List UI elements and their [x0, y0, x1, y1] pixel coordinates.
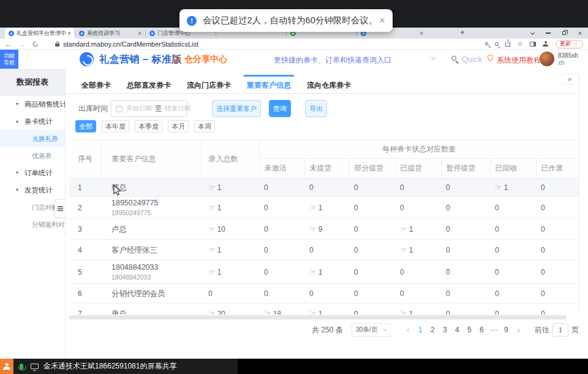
- forward-icon[interactable]: →: [19, 40, 26, 48]
- link-count-cell[interactable]: ☞1: [304, 197, 349, 219]
- page-number-6[interactable]: 6: [476, 326, 487, 334]
- count-value: 1: [217, 246, 222, 254]
- count-value: 0: [446, 289, 450, 298]
- query-button[interactable]: 查询: [269, 100, 291, 117]
- page-size-select[interactable]: 30条/页: [352, 323, 391, 337]
- col-status-1: 未激活: [259, 159, 304, 178]
- next-page-button[interactable]: ›: [517, 325, 520, 335]
- profile-icon[interactable]: [543, 41, 548, 47]
- link-count-cell[interactable]: ☞1: [201, 240, 259, 261]
- browser-tab-2[interactable]: 系统培训学习×: [75, 28, 145, 39]
- sidebar-item-4[interactable]: 优惠券: [0, 147, 65, 164]
- tab-5[interactable]: 流向仓库券卡: [304, 75, 354, 93]
- page-number-9[interactable]: 9: [500, 326, 511, 334]
- sliders-icon: [58, 206, 63, 207]
- back-icon[interactable]: ←: [5, 40, 12, 48]
- quick-range-4[interactable]: 本月: [168, 120, 189, 132]
- count-value: 0: [264, 225, 268, 234]
- window-close-button[interactable]: ×: [572, 28, 588, 39]
- date-range-input[interactable]: 开始日期 至 结束日期: [111, 100, 187, 117]
- count-cell: 0: [259, 240, 304, 261]
- link-count-cell[interactable]: ☞1: [490, 178, 536, 197]
- page-number-2[interactable]: 2: [427, 326, 438, 334]
- link-count-cell[interactable]: ☞1: [201, 197, 259, 219]
- url-text[interactable]: standard.maboy.cn/CardMemberStatisticsLi…: [63, 40, 198, 48]
- search-icon[interactable]: [451, 56, 456, 61]
- select-customer-button[interactable]: 选择重要客户: [212, 100, 261, 117]
- customer-cell[interactable]: 唐总: [100, 303, 201, 315]
- sidebar-item-1[interactable]: ▾商品销售统计: [0, 96, 65, 113]
- expand-panel-button[interactable]: »: [559, 74, 580, 85]
- toast-close-icon[interactable]: ×: [379, 15, 385, 27]
- customer-cell[interactable]: 卢总: [100, 219, 201, 240]
- count-value: 0: [541, 268, 545, 277]
- link-count-cell[interactable]: ☞9: [304, 219, 349, 240]
- side-panel-icon[interactable]: [530, 42, 536, 47]
- tab-close-icon[interactable]: ×: [420, 30, 423, 37]
- customer-cell[interactable]: 1804884203318048842033: [100, 261, 201, 284]
- link-count-cell[interactable]: ☞1: [395, 219, 441, 240]
- sidebar-item-2[interactable]: ▴券卡统计: [0, 113, 65, 130]
- zoom-icon[interactable]: [495, 42, 499, 46]
- link-count-cell[interactable]: ☞1: [304, 261, 349, 284]
- customer-cell[interactable]: 客户经理张三: [100, 240, 201, 261]
- tab-3[interactable]: 流向门店券卡: [184, 75, 234, 93]
- goto-page-input[interactable]: 1: [552, 323, 568, 337]
- quick-search-label[interactable]: Quick: [462, 55, 482, 64]
- page-number-1[interactable]: 1: [415, 326, 426, 334]
- tab-4[interactable]: 重要客户信息: [244, 75, 294, 93]
- chrome-update-button[interactable]: 更新 ⋮: [556, 40, 583, 48]
- count-value: 0: [354, 289, 358, 298]
- horizontal-scrollbar[interactable]: [69, 315, 567, 319]
- link-count-cell[interactable]: ☞1: [201, 178, 259, 197]
- bookmark-star-icon[interactable]: ☆: [517, 40, 523, 48]
- customer-cell[interactable]: 1895024977518950249775: [100, 197, 201, 219]
- sidebar-item-3[interactable]: 兑换礼券: [0, 130, 65, 147]
- tab-search-icon[interactable]: [524, 28, 540, 39]
- tab-title: 系统培训学习: [87, 29, 137, 37]
- sidebar-item-6[interactable]: ▾发货统计: [0, 181, 65, 199]
- page-number-3[interactable]: 3: [439, 326, 450, 334]
- customer-sub: 18048842033: [111, 273, 201, 281]
- page-number-4[interactable]: 4: [451, 326, 462, 334]
- tab-2[interactable]: 总部直发券卡: [124, 75, 174, 93]
- link-count-cell[interactable]: ☞10: [201, 219, 259, 240]
- tab-close-icon[interactable]: ×: [138, 30, 141, 37]
- count-value: 0: [309, 246, 314, 254]
- share-icon[interactable]: [505, 42, 510, 47]
- page-number-5[interactable]: 5: [464, 326, 475, 334]
- count-value: 1: [318, 310, 323, 315]
- window-restore-button[interactable]: [556, 28, 572, 39]
- link-count-cell[interactable]: ☞1: [304, 303, 349, 315]
- new-tab-button[interactable]: +: [458, 29, 467, 37]
- user-avatar[interactable]: [540, 52, 554, 66]
- system-tutorial-link[interactable]: 系统使用教程: [497, 55, 541, 66]
- prev-page-button[interactable]: ‹: [407, 325, 410, 335]
- quick-range-1[interactable]: 全部: [75, 120, 96, 132]
- function-nav-toggle[interactable]: 功能 导航: [0, 50, 18, 69]
- browser-tab-1[interactable]: 礼盒营销平台管理中心×: [5, 28, 75, 39]
- customer-cell[interactable]: 分销代理的会员: [100, 284, 201, 303]
- quick-range-3[interactable]: 本季度: [135, 120, 162, 132]
- reload-icon[interactable]: [32, 40, 39, 47]
- sidebar-item-8[interactable]: 分销返利对账: [0, 216, 65, 233]
- tab-1[interactable]: 全部券卡: [78, 75, 114, 93]
- count-value: 9: [318, 225, 323, 234]
- pointing-hand-icon: ☞: [429, 54, 437, 64]
- count-cell: 0: [536, 303, 579, 315]
- quick-range-5[interactable]: 本周: [194, 120, 215, 132]
- tab-close-icon[interactable]: ×: [67, 30, 71, 37]
- window-minimize-button[interactable]: [540, 28, 556, 39]
- link-count-cell[interactable]: ☞1: [201, 261, 259, 284]
- password-key-icon[interactable]: [485, 42, 488, 45]
- link-count-cell[interactable]: ☞20: [201, 303, 259, 315]
- warehouse-share-center-link[interactable]: 仓分享中心: [184, 54, 227, 65]
- sidebar-item-5[interactable]: ▾订单统计: [0, 164, 65, 181]
- link-count-cell[interactable]: ☞1: [395, 240, 441, 261]
- quick-range-2[interactable]: 本年度: [102, 120, 129, 132]
- export-button[interactable]: 导出: [305, 100, 327, 117]
- link-count-cell[interactable]: ☞18: [259, 303, 304, 315]
- sidebar-collapse-handle[interactable]: [55, 199, 66, 218]
- brand-title: 礼盒营销 – 标准版: [99, 53, 182, 66]
- link-count-cell[interactable]: ☞1: [395, 303, 441, 315]
